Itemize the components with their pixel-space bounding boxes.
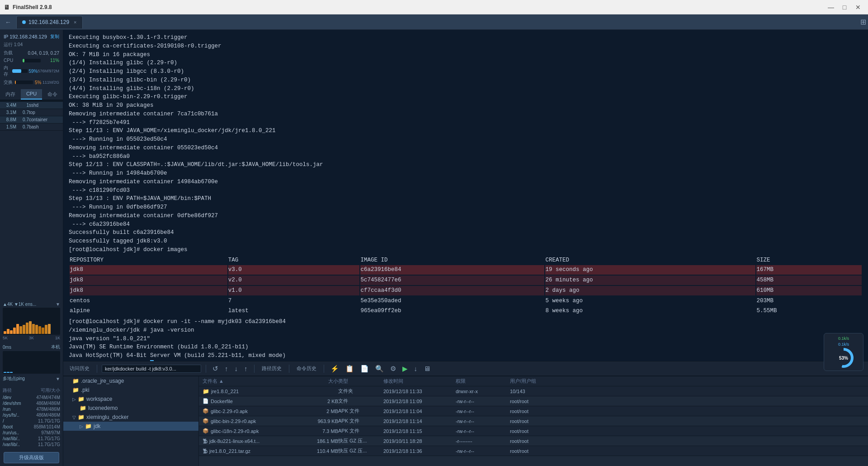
docker-id-4: 5e35e350aded [360, 296, 544, 306]
filelist-row-glibc[interactable]: 📦 glibc-2.29-r0.apk 2 MB APK 文件 2019/12/… [199, 406, 868, 416]
cpu-value: 11% [50, 58, 59, 63]
bar-4 [13, 328, 16, 334]
maximize-button[interactable]: □ [838, 1, 851, 14]
file-size-glibcbin: 963.9 KB [302, 418, 338, 424]
access-history-btn[interactable]: 访问历史 [67, 364, 92, 373]
filelist-row-glibcbin[interactable]: 📦 glibc-bin-2.29-r0.apk 963.9 KB APK 文件 … [199, 416, 868, 426]
filetree-label-jdk: jdk [94, 423, 100, 429]
filelist-row-glibci18n[interactable]: 📦 glibc-i18n-2.29-r0.apk 7.3 MB APK 文件 2… [199, 426, 868, 436]
bar-5 [16, 324, 19, 334]
command-input[interactable] [102, 365, 201, 373]
upgrade-button[interactable]: 升级高级版 [4, 452, 59, 463]
file-icon[interactable]: 📄 [359, 364, 371, 374]
proc-bash-mem: 1.5M [2, 124, 16, 129]
disk-avail-label: 可用/大小 [41, 387, 60, 394]
terminal-line-27: [root@localhost jdk]# docker run -it --n… [69, 319, 286, 325]
copy-button[interactable]: 复制 [50, 33, 59, 40]
screen-icon[interactable]: 🖥 [422, 364, 432, 373]
filelist-col-perms: 权限 [456, 378, 510, 385]
bar-7 [23, 325, 25, 334]
terminal-line-29: java version "1.8.0_221" [69, 336, 150, 342]
proc-bash-name: bash [29, 124, 61, 129]
search-icon[interactable]: 🔍 [373, 364, 386, 374]
terminal-line-11: ---> f72825b7e491 [69, 119, 130, 126]
filelist-row-jdk8u221[interactable]: 🗜 jdk-8u221-linux-x64.t... 186.1 MB 快压 G… [199, 436, 868, 446]
tab-cmd[interactable]: 命令 [42, 89, 63, 100]
swap-detail: 111M/2G [42, 80, 59, 85]
filetree-lucenedemo[interactable]: 📁 lucenedemo [63, 404, 198, 413]
cpu-label: CPU [4, 58, 13, 63]
disk-name-run: /run [3, 407, 28, 412]
multipoint-expand[interactable]: ▼ [56, 376, 60, 381]
terminal-line-8: Executing glibc-bin-2.29-r0.trigger [69, 94, 188, 100]
toolbar-sep-4 [289, 365, 289, 373]
filetree-oracle[interactable]: 📁 .oracle_jre_usage [63, 376, 198, 385]
filelist-row-jretargz[interactable]: 🗜 jre1.8.0_221.tar.gz 110.4 MB 快压 GZ 压..… [199, 446, 868, 456]
refresh-icon[interactable]: ↺ [211, 364, 220, 374]
play-icon[interactable]: ▶ [401, 364, 410, 374]
settings-icon[interactable]: ⚙ [388, 364, 398, 374]
folder-icon-xieming: 📁 [78, 414, 85, 420]
terminal-line-14: Removing intermediate container 055023ed… [69, 145, 218, 151]
cmd-history-btn[interactable]: 命令历史 [294, 364, 319, 373]
docker-size-4: 203MB [756, 296, 862, 306]
docker-tag-3: v1.0 [228, 286, 360, 295]
disk-row-run: /run 478M/486M [3, 406, 60, 412]
terminal-line-15: ---> ba952fc886a0 [69, 153, 130, 160]
docker-id-3: cf7ccaa4f3d0 [360, 286, 544, 295]
tab-close-icon[interactable]: × [74, 19, 76, 25]
path-history-btn[interactable]: 路径历史 [259, 364, 284, 373]
proc-container-mem: 8.8M [2, 117, 16, 122]
terminal-line-20: Step 13/13 : ENV PATH=$JAVA_HOME/bin:$PA… [69, 195, 211, 202]
proc-bash-cpu: 0.7 [16, 124, 29, 129]
toolbar-sep-2 [206, 365, 206, 373]
upload2-icon[interactable]: ↑ [242, 364, 250, 373]
file-type-dockerfile: 文件 [338, 398, 383, 404]
download-icon[interactable]: ↓ [233, 364, 240, 373]
net-expand-icon[interactable]: ▼ [56, 302, 60, 307]
disk-row-root: / 11.7G/17G [3, 418, 60, 424]
grid-view-icon[interactable]: ⊞ [860, 18, 866, 26]
filelist-header: 文件名 ▲ 大小 类型 修改时间 权限 用户/用户组 [199, 376, 868, 386]
filetree-xieminglu[interactable]: ▽ 📁 xieminglu_docker [63, 413, 198, 422]
titlebar: 🖥 FinalShell 2.9.8 — □ ✕ [0, 0, 868, 14]
clipboard-icon[interactable]: 📋 [344, 364, 356, 374]
docker-repo-3: jdk8 [70, 286, 227, 295]
terminal-output[interactable]: Executing busybox-1.30.1-r3.trigger Exec… [63, 30, 868, 361]
cpu-progress [23, 59, 41, 62]
multipoint-row: 多地点ping ▼ [3, 376, 60, 382]
file-icon-jdk8u221: 🗜 [203, 438, 208, 444]
filetree-workspace[interactable]: ▷ 📁 workspace [63, 395, 198, 404]
proc-sshd-cpu: 1 [16, 103, 29, 108]
close-button[interactable]: ✕ [852, 1, 864, 14]
tab-mem[interactable]: 内存 [0, 89, 21, 100]
back-button[interactable]: ← [2, 16, 14, 29]
file-size-jdk8u221: 186.1 MB [302, 438, 338, 444]
filebrowser: 📁 .oracle_jre_usage 📁 .pki ▷ 📁 workspace… [63, 376, 868, 466]
filelist-row-jre[interactable]: 📁 jre1.8.0_221 文件夹 2019/12/18 11:33 drwx… [199, 386, 868, 396]
toolbar-sep-3 [254, 365, 255, 373]
col-tag: TAG [228, 256, 360, 265]
disk-row-varlib2: /var/lib/.. 11.7G/17G [3, 442, 60, 447]
minimize-button[interactable]: — [825, 1, 837, 14]
file-perms-dockerfile: -rw-r--r-- [456, 399, 510, 404]
upload-icon[interactable]: ↑ [223, 364, 230, 373]
docker-row-centos: centos 7 5e35e350aded 5 weeks ago 203MB [70, 296, 862, 306]
filetree-pki[interactable]: 📁 .pki [63, 385, 198, 395]
net-chart-section: ▲4K ▼1K ens... ▼ [0, 300, 63, 342]
load-value: 0.04, 0.19, 0.27 [28, 51, 59, 56]
filelist-row-dockerfile[interactable]: 📄 Dockerfile 2 KB 文件 2019/12/18 11:09 -r… [199, 396, 868, 406]
docker-tag-1: v3.0 [228, 265, 360, 275]
tab-session[interactable]: 192.168.248.129 × [16, 16, 83, 29]
disk-name-dev: /dev [3, 395, 28, 400]
file-name-glibcbin: 📦 glibc-bin-2.29-r0.apk [203, 418, 302, 424]
lightning-icon[interactable]: ⚡ [329, 364, 341, 374]
terminal-line-1: Executing busybox-1.30.1-r3.trigger [69, 34, 188, 41]
toolbar: 访问历史 ↺ ↑ ↓ ↑ 路径历史 命令历史 ⚡ 📋 📄 🔍 ⚙ ▶ ↓ 🖥 [63, 361, 868, 376]
tab-cpu[interactable]: CPU [21, 89, 42, 100]
arrow-down-icon[interactable]: ↓ [412, 364, 420, 373]
net-chart-labels: 5K 3K 1K [3, 336, 60, 340]
disk-val-dev: 474M/474M [36, 395, 60, 400]
docker-row-alpine: alpine latest 965ea09ff2eb 8 weeks ago 5… [70, 306, 862, 316]
filetree-jdk[interactable]: ▷ 📁 jdk [63, 422, 198, 431]
